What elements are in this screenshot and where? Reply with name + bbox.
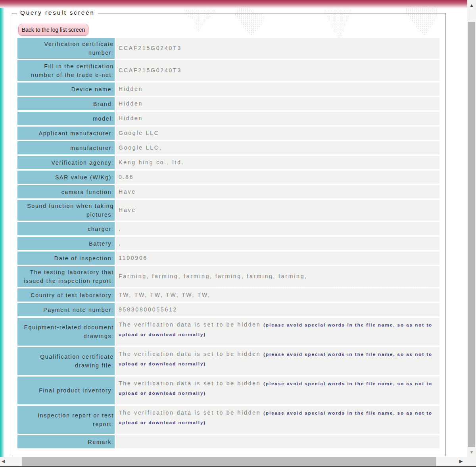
row-label: charger	[17, 222, 115, 235]
table-row: Verification certificate number CCAF215G…	[17, 38, 440, 59]
table-row: Final product inventory The verification…	[17, 377, 440, 404]
horizontal-scroll-thumb[interactable]	[22, 457, 436, 466]
row-value: The verification data is set to be hidde…	[116, 318, 440, 346]
table-row: Date of inspection 1100906	[17, 252, 440, 265]
row-value: CCAF215G0240T3	[116, 60, 440, 81]
table-row: Remark	[17, 435, 440, 448]
row-label: model	[17, 112, 115, 125]
scroll-right-icon[interactable]: ▶	[459, 459, 465, 464]
table-row: camera function Have	[17, 185, 440, 198]
row-value: ,	[116, 222, 440, 235]
table-row: Equipment-related document drawings The …	[17, 318, 440, 346]
table-row: Brand Hidden	[17, 97, 440, 110]
row-label: Battery	[17, 237, 115, 250]
row-value: Hidden	[116, 97, 440, 110]
row-value: 95830800055612	[116, 303, 440, 316]
row-value: TW, TW, TW, TW, TW, TW,	[116, 288, 440, 302]
table-row: Device name Hidden	[17, 83, 440, 96]
row-value: Farming, farming, farming, farming, farm…	[116, 266, 440, 287]
row-value: Hidden	[116, 83, 440, 96]
row-value: Keng hing co., ltd.	[116, 156, 440, 169]
row-label: Sound function when taking pictures	[17, 200, 115, 221]
row-value: Google LLC,	[116, 141, 440, 154]
table-row: charger ,	[17, 222, 440, 235]
vertical-scroll-thumb[interactable]	[468, 22, 475, 447]
row-value: Hidden	[116, 112, 440, 125]
row-value: The verification data is set to be hidde…	[116, 377, 440, 404]
table-row: Applicant manufacturer Google LLC	[17, 127, 440, 140]
row-value: CCAF215G0240T3	[116, 38, 440, 59]
row-value: The verification data is set to be hidde…	[116, 347, 440, 375]
row-label: Country of test laboratory	[17, 288, 115, 302]
header-gradient-bar	[0, 0, 467, 8]
row-value: Have	[116, 200, 440, 221]
table-row: Payment note number 95830800055612	[17, 303, 440, 316]
vertical-scrollbar[interactable]: ▲ ▼	[467, 0, 476, 457]
query-result-panel: Query result screen Back to the log list…	[12, 13, 446, 456]
row-label: Applicant manufacturer	[17, 127, 115, 140]
row-label: Fill in the certification number of the …	[17, 60, 115, 81]
row-label: Qualification certificate drawing file	[17, 347, 115, 375]
row-label: Equipment-related document drawings	[17, 318, 115, 346]
row-label: Payment note number	[17, 303, 115, 316]
table-row: Sound function when taking pictures Have	[17, 200, 440, 221]
row-label: Brand	[17, 97, 115, 110]
table-row: Verification agency Keng hing co., ltd.	[17, 156, 440, 169]
page-title: Query result screen	[17, 9, 98, 16]
left-accent-strip	[0, 8, 4, 457]
back-to-log-list-button[interactable]: Back to the log list screen	[18, 24, 88, 36]
row-value: 1100906	[116, 252, 440, 265]
table-row: Qualification certificate drawing file T…	[17, 347, 440, 375]
scroll-left-icon[interactable]: ◀	[2, 459, 7, 464]
scrollbar-corner	[467, 457, 476, 466]
row-label: Verification certificate number	[17, 38, 115, 59]
scroll-down-icon[interactable]: ▼	[467, 449, 476, 455]
row-value: Have	[116, 185, 440, 198]
row-value: Google LLC	[116, 127, 440, 140]
scroll-up-icon[interactable]: ▲	[467, 2, 476, 8]
table-row: SAR value (W/Kg) 0.86	[17, 171, 440, 184]
table-row: Country of test laboratory TW, TW, TW, T…	[17, 288, 440, 302]
horizontal-scrollbar[interactable]: ◀ ▶	[0, 457, 467, 466]
table-row: Inspection report or test report The ver…	[17, 406, 440, 434]
table-row: Battery ,	[17, 237, 440, 250]
row-value: The verification data is set to be hidde…	[116, 406, 440, 434]
row-value: 0.86	[116, 171, 440, 184]
table-row: model Hidden	[17, 112, 440, 125]
row-label: manufacturer	[17, 141, 115, 154]
result-table: Verification certificate number CCAF215G…	[17, 38, 440, 450]
row-label: Date of inspection	[17, 252, 115, 265]
table-row: manufacturer Google LLC,	[17, 141, 440, 154]
row-value: ,	[116, 237, 440, 250]
row-value	[116, 435, 440, 448]
row-label: camera function	[17, 185, 115, 198]
row-label: Device name	[17, 83, 115, 96]
row-label: SAR value (W/Kg)	[17, 171, 115, 184]
row-label: Verification agency	[17, 156, 115, 169]
table-row: Fill in the certification number of the …	[17, 60, 440, 81]
row-label: Final product inventory	[17, 377, 115, 404]
table-row: The testing laboratory that issued the i…	[17, 266, 440, 287]
row-label: Remark	[17, 435, 115, 448]
row-label: The testing laboratory that issued the i…	[17, 266, 115, 287]
row-label: Inspection report or test report	[17, 406, 115, 434]
